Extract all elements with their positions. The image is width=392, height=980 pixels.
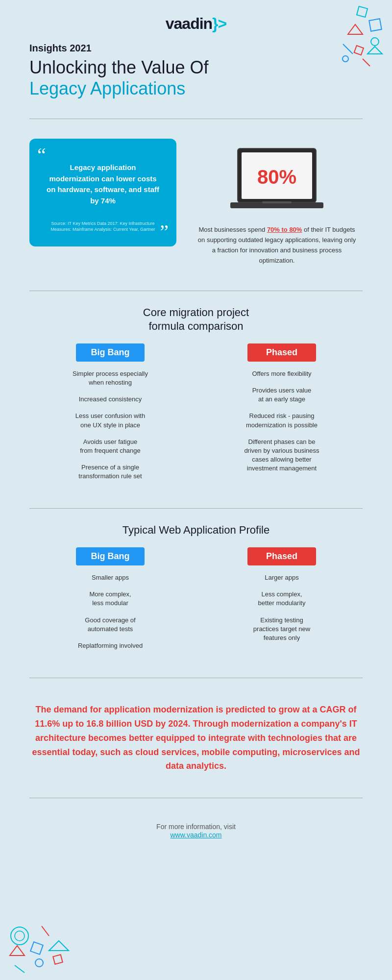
svg-point-7 — [343, 56, 348, 62]
divider-5 — [29, 798, 363, 798]
svg-line-8 — [363, 59, 370, 66]
svg-rect-5 — [354, 46, 364, 55]
big-bang-header: Big Bang — [76, 343, 145, 362]
svg-marker-19 — [49, 941, 69, 951]
svg-text:80%: 80% — [257, 166, 296, 188]
profile-phased-header: Phased — [247, 547, 316, 565]
svg-point-14 — [11, 927, 28, 945]
svg-rect-13 — [262, 201, 292, 203]
divider-4 — [29, 678, 363, 678]
list-item: Smaller apps — [29, 573, 191, 582]
migration-columns: Big Bang Simpler process especiallywhen … — [29, 343, 363, 489]
stats-prefix: Most businesses spend — [198, 226, 267, 233]
footer-link[interactable]: www.vaadin.com — [170, 831, 221, 839]
profile-columns: Big Bang Smaller apps More complex,less … — [29, 547, 363, 658]
cta-section: The demand for application modernization… — [0, 688, 392, 788]
svg-rect-17 — [30, 942, 43, 955]
logo: vaadin}> — [10, 15, 382, 33]
quote-stats-section: “ Legacy application modernization can l… — [0, 129, 392, 280]
profile-big-bang-header: Big Bang — [76, 547, 145, 565]
profile-big-bang-column: Big Bang Smaller apps More complex,less … — [29, 547, 191, 658]
list-item: Different phases can bedriven by various… — [201, 438, 363, 473]
quote-source: Source: IT Key Metrics Data 2017: Key In… — [41, 221, 165, 232]
web-app-profile-title: Typical Web Application Profile — [29, 523, 363, 538]
svg-line-18 — [42, 926, 49, 936]
list-item: Increased consistency — [29, 395, 191, 404]
list-item: More complex,less modular — [29, 590, 191, 608]
list-item: Reduced risk - pausingmodernization is p… — [201, 412, 363, 429]
svg-marker-16 — [10, 946, 24, 956]
svg-line-22 — [15, 965, 24, 973]
footer: For more information, visit www.vaadin.c… — [0, 808, 392, 849]
laptop-graphic: 80% — [196, 144, 358, 217]
divider-1 — [29, 119, 363, 119]
list-item: Existing testingpractices target newfeat… — [201, 616, 363, 643]
logo-bracket: }> — [212, 15, 226, 32]
core-migration-section: Core migration projectformula comparison… — [0, 301, 392, 499]
quote-close-icon: ” — [160, 222, 169, 242]
stats-text: Most businesses spend 70% to 80% of thei… — [196, 225, 358, 266]
quote-open-icon: “ — [37, 146, 46, 165]
header: vaadin}> — [0, 0, 392, 38]
big-bang-column: Big Bang Simpler process especiallywhen … — [29, 343, 191, 489]
list-item: Simpler process especiallywhen rehosting — [29, 369, 191, 387]
svg-marker-6 — [368, 47, 382, 54]
svg-line-4 — [343, 44, 353, 54]
logo-text: vaadin — [166, 15, 212, 32]
stats-box: 80% Most businesses spend 70% to 80% of … — [191, 139, 363, 270]
title-line2: Legacy Applications — [29, 78, 185, 98]
svg-point-15 — [15, 931, 24, 941]
cta-text: The demand for application modernization… — [29, 703, 363, 773]
footer-label: For more information, visit — [29, 823, 363, 831]
phased-header: Phased — [247, 343, 316, 362]
page-title: Unlocking the Value Of Legacy Applicatio… — [29, 57, 363, 99]
laptop-svg: 80% — [228, 144, 326, 217]
core-migration-title-text: Core migration projectformula comparison — [143, 306, 249, 333]
list-item: Presence of a singletransformation rule … — [29, 463, 191, 481]
phased-column: Phased Offers more flexibility Provides … — [201, 343, 363, 481]
profile-phased-column: Phased Larger apps Less complex,better m… — [201, 547, 363, 650]
core-migration-title: Core migration projectformula comparison — [29, 306, 363, 334]
list-item: Larger apps — [201, 573, 363, 582]
list-item: Less user confusion withone UX style in … — [29, 412, 191, 429]
svg-rect-20 — [53, 955, 63, 964]
title-line1: Unlocking the Value Of — [29, 57, 209, 77]
quote-text: Legacy application modernization can low… — [46, 162, 160, 206]
list-item: Replatforming involved — [29, 641, 191, 650]
list-item: Offers more flexibility — [201, 369, 363, 378]
divider-3 — [29, 508, 363, 509]
divider-2 — [29, 291, 363, 291]
svg-point-21 — [35, 959, 43, 967]
deco-bottom-left — [5, 916, 74, 975]
list-item: Good coverage ofautomated tests — [29, 616, 191, 634]
quote-box: “ Legacy application modernization can l… — [29, 139, 176, 246]
web-app-profile-section: Typical Web Application Profile Big Bang… — [0, 518, 392, 668]
list-item: Avoids user fatiguefrom frequent change — [29, 438, 191, 455]
insights-label: Insights 2021 — [29, 43, 363, 54]
list-item: Provides users valueat an early stage — [201, 386, 363, 404]
svg-point-3 — [371, 38, 379, 46]
list-item: Less complex,better modularity — [201, 590, 363, 608]
stats-link[interactable]: 70% to 80% — [267, 226, 302, 233]
